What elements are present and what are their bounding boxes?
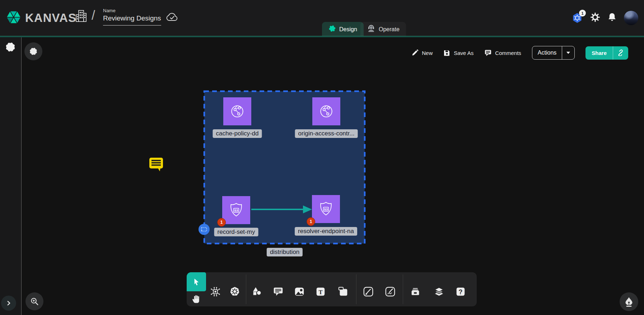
tool-image[interactable]: [293, 286, 305, 298]
tool-select[interactable]: [187, 272, 206, 291]
cloud-saved-icon: [166, 12, 178, 24]
tab-design-label: Design: [339, 26, 357, 33]
comments-button[interactable]: Comments: [484, 49, 521, 56]
logo-text: KANVAS: [25, 11, 76, 25]
save-as-button[interactable]: Save As: [443, 49, 473, 56]
floppy-save-icon: [443, 49, 451, 56]
tool-note[interactable]: [337, 286, 349, 298]
tab-design[interactable]: Design: [322, 22, 364, 37]
chevron-right-icon: [5, 299, 13, 307]
tool-comment[interactable]: [272, 286, 284, 298]
image-icon: [294, 286, 305, 297]
tab-operate[interactable]: Operate: [360, 22, 406, 37]
pen-nib-icon: [624, 296, 634, 307]
left-sidebar: [0, 37, 22, 315]
tool-help[interactable]: ?: [454, 286, 467, 298]
cloudfront-globe-icon: [229, 103, 246, 120]
svg-text:T: T: [319, 289, 323, 295]
tool-shapes[interactable]: [251, 286, 263, 298]
new-button[interactable]: New: [411, 49, 433, 56]
node-label[interactable]: record-set-my: [214, 228, 258, 236]
tool-pen[interactable]: [362, 286, 374, 298]
notifications-bell-icon[interactable]: [607, 12, 617, 24]
dock-divider: [403, 274, 403, 304]
header-accent-divider: [0, 36, 644, 37]
operator-headset-icon: [367, 24, 375, 34]
design-name-input[interactable]: [103, 13, 161, 26]
breadcrumb-separator: /: [92, 8, 95, 23]
canvas-comment-marker[interactable]: [149, 156, 164, 174]
route53-shield-icon: 53: [228, 202, 244, 218]
save-as-label: Save As: [454, 50, 473, 56]
meshery-flower-icon[interactable]: [5, 42, 16, 54]
tool-pan[interactable]: [190, 293, 202, 305]
cursor-arrow-icon: [192, 277, 201, 287]
pen-mode-button[interactable]: [620, 292, 638, 311]
node-cache-policy[interactable]: [223, 97, 251, 125]
edge-recordset-to-resolver[interactable]: [251, 201, 313, 218]
actions-button[interactable]: Actions: [532, 46, 575, 60]
actions-dropdown-toggle[interactable]: [562, 46, 574, 59]
node-label[interactable]: resolver-endpoint-na: [295, 227, 357, 236]
kanvas-app: KANVAS / Name: [0, 0, 644, 315]
node-record-set[interactable]: 53: [222, 196, 250, 224]
tab-operate-label: Operate: [379, 26, 400, 33]
node-label[interactable]: cache-policy-dd: [213, 129, 262, 138]
sidebar-expand-button[interactable]: [1, 296, 16, 311]
comment-icon: [272, 286, 284, 297]
design-flower-icon: [328, 25, 336, 34]
node-origin-access-control[interactable]: [312, 97, 340, 125]
organization-icon[interactable]: [75, 9, 88, 24]
copy-link-button[interactable]: [613, 46, 628, 60]
freehand-draw-icon: [384, 286, 396, 297]
selection-rect-icon: [201, 227, 207, 232]
design-action-bar: New Save As Comments Actions: [411, 46, 628, 60]
dock-divider: [356, 274, 356, 304]
dock-divider: [246, 274, 246, 304]
node-label[interactable]: origin-access-contr...: [295, 129, 358, 138]
tool-kubernetes[interactable]: [229, 286, 241, 298]
kanvas-logo[interactable]: KANVAS: [5, 9, 76, 27]
comment-icon: [484, 49, 492, 56]
pen-tool-icon: [363, 286, 374, 297]
node-resolver-endpoint[interactable]: 53: [312, 195, 340, 223]
share-button[interactable]: Share: [585, 46, 628, 60]
tool-layers[interactable]: [433, 286, 445, 298]
zoom-in-button[interactable]: [25, 292, 43, 310]
group-label[interactable]: distribution: [267, 248, 303, 256]
zoom-in-icon: [30, 297, 39, 306]
circuit-chip-icon: [210, 286, 221, 297]
text-icon: T: [315, 286, 326, 297]
archive-drawer-icon: [410, 286, 421, 297]
svg-text:53: 53: [234, 208, 238, 212]
notification-badge[interactable]: 1: [217, 218, 226, 227]
header-bar: KANVAS / Name: [0, 0, 644, 36]
kubernetes-badge: 1: [579, 10, 586, 17]
flower-gear-icon: [29, 47, 38, 56]
comment-yellow-icon: [149, 156, 164, 173]
tool-freehand[interactable]: [384, 286, 396, 298]
link-icon: [617, 50, 624, 56]
kubernetes-context-button[interactable]: 1: [572, 13, 583, 23]
settings-gear-icon[interactable]: [590, 12, 600, 24]
tool-dock: T: [187, 272, 477, 306]
user-avatar[interactable]: [624, 11, 638, 25]
new-label: New: [422, 50, 433, 56]
comments-label: Comments: [495, 50, 521, 56]
layers-icon: [433, 286, 445, 297]
kubernetes-wheel-icon: [229, 286, 241, 297]
hand-icon: [192, 294, 201, 304]
notification-badge[interactable]: 1: [307, 217, 315, 226]
svg-text:53: 53: [324, 207, 328, 211]
group-select-handle[interactable]: [199, 224, 210, 235]
tool-archive[interactable]: [409, 286, 421, 298]
cloudfront-globe-icon: [318, 103, 335, 120]
pencil-icon: [411, 49, 419, 56]
help-icon: ?: [455, 286, 466, 297]
route53-shield-icon: 53: [318, 201, 334, 217]
design-name-field: Name: [103, 8, 161, 26]
tool-components[interactable]: [209, 286, 221, 298]
tool-text[interactable]: T: [314, 286, 327, 298]
shapes-flower-button[interactable]: [24, 42, 42, 60]
note-shape-icon: [337, 286, 349, 297]
